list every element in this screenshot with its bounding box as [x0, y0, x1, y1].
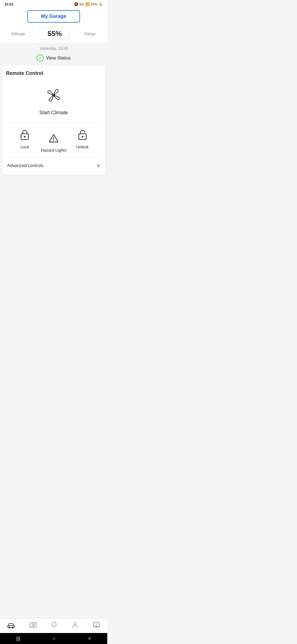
header: My Garage: [0, 7, 107, 26]
my-garage-button[interactable]: My Garage: [27, 10, 80, 23]
battery-icon: 🔋: [98, 2, 103, 6]
status-bar: 10:51 🔕 5G 📶 87% 🔋: [0, 0, 107, 7]
mileage-label: Mileage: [12, 32, 25, 36]
remote-control-card: Remote Control Start Climate: [2, 66, 105, 175]
alarm-icon: 🔕: [74, 2, 78, 6]
lock-label: Lock: [20, 144, 29, 149]
svg-point-4: [53, 140, 54, 141]
svg-point-2: [24, 136, 26, 138]
unlock-label: Unlock: [76, 144, 89, 149]
view-status-label: View Status: [46, 55, 70, 61]
status-time: 10:51: [4, 2, 13, 6]
status-right: 🔕 5G 📶 87% 🔋: [74, 2, 103, 6]
unlock-icon: [78, 129, 87, 142]
controls-row: Lock Hazard Lights Unlock: [6, 122, 101, 155]
hazard-label: Hazard Lights: [41, 148, 67, 152]
chevron-down-icon: ∨: [97, 163, 100, 169]
advanced-label: Advanced controls: [7, 163, 43, 168]
hazard-icon: [48, 133, 59, 145]
remote-control-title: Remote Control: [6, 70, 101, 76]
fan-icon: [44, 86, 63, 106]
battery-percent-display: 55%: [40, 28, 70, 40]
stats-row: Mileage 55% Range: [0, 26, 107, 43]
signal-icon: 📶: [85, 2, 90, 6]
battery-percent-value: 55%: [48, 29, 62, 38]
lock-button[interactable]: Lock: [10, 129, 39, 149]
network-icon: 5G: [79, 2, 84, 6]
advanced-controls-row[interactable]: Advanced controls ∨: [6, 157, 101, 170]
lock-icon: [20, 129, 30, 142]
battery-text: 87%: [91, 2, 97, 6]
range-label: Range: [84, 32, 95, 36]
unlock-button[interactable]: Unlock: [68, 129, 97, 149]
hazard-button[interactable]: Hazard Lights: [39, 129, 68, 152]
check-circle-icon: ✓: [37, 54, 44, 62]
svg-point-6: [82, 136, 83, 138]
timestamp: Yesterday, 13:45: [0, 43, 107, 52]
view-status-row[interactable]: ✓ View Status: [0, 52, 107, 66]
climate-label: Start Climate: [39, 110, 68, 116]
climate-section[interactable]: Start Climate: [6, 83, 101, 122]
